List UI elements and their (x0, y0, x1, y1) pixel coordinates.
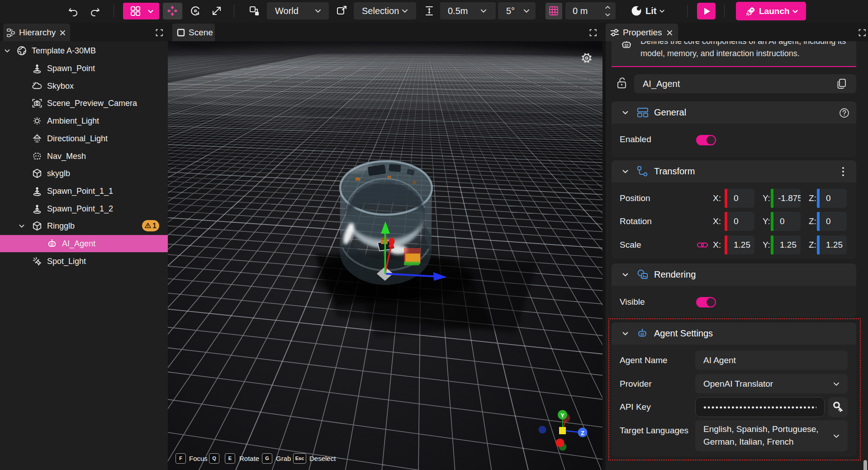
svg-text:Z: Z (581, 430, 584, 436)
svg-text:Y: Y (560, 412, 564, 419)
